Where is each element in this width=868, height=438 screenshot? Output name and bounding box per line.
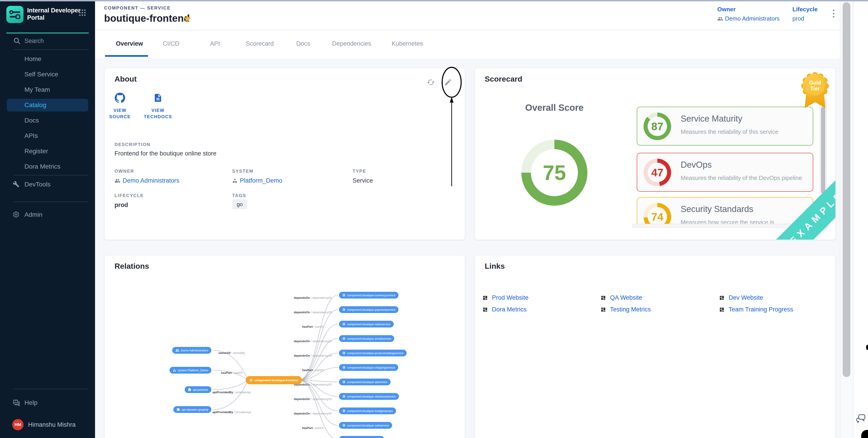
header-lifecycle: Lifecycle prod bbox=[793, 6, 817, 22]
page-title: boutique-frontend bbox=[104, 13, 190, 24]
sidebar-item-devtools[interactable]: DevTools bbox=[0, 177, 95, 192]
sidebar-item-my-team[interactable]: My Team bbox=[0, 82, 95, 97]
tab-docs[interactable]: Docs bbox=[296, 40, 310, 47]
about-card: About VIEWSOURCE VIEWTECHDOCS DESCRIPTIO… bbox=[104, 68, 465, 240]
graph-node[interactable]: component:boutique-loadgenerator bbox=[339, 407, 396, 414]
graph-node[interactable]: component:boutique-shippingservice bbox=[339, 364, 398, 371]
scorecard-item-devops[interactable]: 47 DevOps Measures the reliability of th… bbox=[637, 153, 813, 192]
edge-label: apiProvidedBy / providesApi bbox=[213, 391, 251, 394]
scorecard-item-security-standards[interactable]: 74 Security Standards Measures how secur… bbox=[637, 197, 813, 227]
badge-line1: Gold bbox=[809, 80, 821, 86]
sidebar-item-register[interactable]: Register bbox=[0, 143, 95, 159]
scorecard-title: Scorecard bbox=[485, 75, 522, 83]
description-label: DESCRIPTION bbox=[115, 142, 151, 147]
tab-scorecard[interactable]: Scorecard bbox=[246, 40, 274, 47]
relations-card: Relations ownerOf / ownedByhasPart / par… bbox=[104, 255, 465, 438]
owner-link[interactable]: Demo Administrators bbox=[725, 15, 779, 22]
graph-node[interactable]: component:boutique-currencyservice bbox=[339, 292, 399, 299]
chat-bubbles-icon[interactable] bbox=[856, 413, 867, 426]
link-prod-website[interactable]: Prod Website bbox=[483, 294, 529, 301]
owner-label: OWNER bbox=[115, 169, 134, 174]
score-description: Measures the reliability of the DevOps p… bbox=[681, 174, 802, 181]
system-link[interactable]: Platform_Demo bbox=[232, 177, 282, 184]
sidebar-item-home[interactable]: Home bbox=[0, 51, 95, 67]
overall-score-value: 75 bbox=[543, 161, 566, 184]
avatar: HM bbox=[12, 419, 24, 430]
favorite-star-icon[interactable] bbox=[183, 14, 192, 25]
graph-node[interactable]: api:starwars-graphql bbox=[173, 406, 211, 413]
link-team-training-progress[interactable]: Team Training Progress bbox=[719, 306, 793, 313]
graph-node[interactable]: api:petstore bbox=[185, 386, 211, 393]
sidebar-item-self-service[interactable]: Self Service bbox=[0, 67, 95, 82]
help-chat-icon: ? bbox=[13, 399, 20, 406]
graph-node[interactable]: component:boutique-emailservice bbox=[339, 335, 394, 342]
edge-label: dependsOn / dependencyOf bbox=[294, 296, 332, 299]
owner-text: Demo Administrators bbox=[123, 177, 180, 184]
edge-label: dependsOn / dependencyOf bbox=[294, 412, 332, 415]
link-dev-website[interactable]: Dev Website bbox=[719, 294, 763, 301]
owner-label: Owner bbox=[717, 6, 779, 13]
graph-node-center[interactable]: component:boutique-frontend bbox=[246, 376, 302, 384]
graph-edge bbox=[213, 380, 248, 409]
graph-node[interactable]: system:Platform_Demo bbox=[169, 367, 211, 374]
user-name: Himanshu Mishra bbox=[28, 421, 75, 428]
window-top-strip bbox=[0, 0, 868, 1]
sidebar: Internal Developer Portal Search HomeSel… bbox=[0, 1, 95, 438]
score-donut: 47 bbox=[644, 159, 671, 186]
sidebar-item-apis[interactable]: APIs bbox=[0, 128, 95, 143]
tab-dependencies[interactable]: Dependencies bbox=[332, 40, 371, 47]
sidebar-user[interactable]: HM Himanshu Mishra bbox=[0, 413, 95, 435]
link-qa-website[interactable]: QA Website bbox=[600, 294, 642, 301]
tab-api[interactable]: API bbox=[210, 40, 220, 47]
page-scrollbar-thumb[interactable] bbox=[843, 2, 850, 377]
app-title: Internal Developer Portal bbox=[27, 7, 81, 22]
graph-node[interactable] bbox=[339, 436, 384, 438]
edge-label: hasPart / partOf bbox=[221, 371, 243, 374]
refresh-icon[interactable] bbox=[427, 78, 435, 88]
tab-overview[interactable]: Overview bbox=[116, 40, 143, 47]
score-description: Measures the reliability of this service bbox=[681, 128, 778, 135]
edge-label: hasPart / partOf bbox=[302, 426, 323, 430]
graph-node[interactable]: component:boutique-cartservice bbox=[339, 422, 392, 429]
tab-ci-cd[interactable]: CI/CD bbox=[163, 40, 180, 47]
view-source-button[interactable]: VIEWSOURCE bbox=[104, 93, 136, 120]
more-menu-icon[interactable] bbox=[831, 9, 837, 20]
view-techdocs-button[interactable]: VIEWTECHDOCS bbox=[142, 93, 174, 120]
owner-value[interactable]: Demo Administrators bbox=[717, 15, 779, 22]
graph-node[interactable]: component:boutique-paymentservice bbox=[339, 306, 399, 313]
graph-node[interactable]: component:boutique-redisservice bbox=[339, 321, 394, 328]
edit-pencil-icon[interactable] bbox=[444, 78, 452, 88]
sidebar-search[interactable]: Search bbox=[0, 35, 95, 47]
graph-edge bbox=[213, 380, 248, 390]
active-tab-indicator bbox=[105, 55, 148, 57]
link-testing-metrics[interactable]: Testing Metrics bbox=[600, 306, 651, 313]
system-label: SYSTEM bbox=[232, 169, 253, 174]
sidebar-item-docs[interactable]: Docs bbox=[0, 113, 95, 128]
graph-edge bbox=[299, 295, 338, 380]
group-icon bbox=[115, 178, 120, 184]
graph-node[interactable]: component:boutique-productcatalogservice bbox=[339, 350, 407, 357]
apps-grid-icon[interactable] bbox=[79, 9, 86, 18]
gear-icon bbox=[13, 211, 20, 218]
sidebar-item-dora-metrics[interactable]: Dora Metrics bbox=[0, 159, 95, 174]
sidebar-item-admin[interactable]: Admin bbox=[0, 207, 95, 223]
link-dora-metrics[interactable]: Dora Metrics bbox=[483, 306, 527, 313]
divider bbox=[13, 202, 89, 202]
graph-node[interactable]: component:boutique-adservice bbox=[339, 378, 391, 385]
tab-kubernetes[interactable]: Kubernetes bbox=[392, 40, 423, 47]
badge-line2: Tier bbox=[810, 86, 820, 92]
divider bbox=[13, 175, 89, 175]
sidebar-item-help[interactable]: ? Help bbox=[0, 395, 95, 410]
github-icon bbox=[115, 93, 125, 103]
graph-node[interactable]: Demo Administrators bbox=[172, 347, 211, 354]
overall-score-donut: 75 bbox=[521, 140, 587, 206]
scorecard-vscrollbar-thumb[interactable] bbox=[821, 107, 825, 194]
graph-edge bbox=[213, 350, 248, 380]
sidebar-item-catalog[interactable]: Catalog bbox=[7, 99, 88, 111]
owner-link[interactable]: Demo Administrators bbox=[115, 177, 180, 184]
scorecard-item-service-maturity[interactable]: 87 Service Maturity Measures the reliabi… bbox=[637, 107, 813, 145]
score-value: 87 bbox=[651, 120, 663, 133]
edge-label: ownerOf / ownedBy bbox=[218, 351, 245, 355]
graph-node[interactable]: component:boutique-checkoutservice bbox=[339, 393, 399, 400]
tag-chip[interactable]: go bbox=[232, 199, 247, 209]
